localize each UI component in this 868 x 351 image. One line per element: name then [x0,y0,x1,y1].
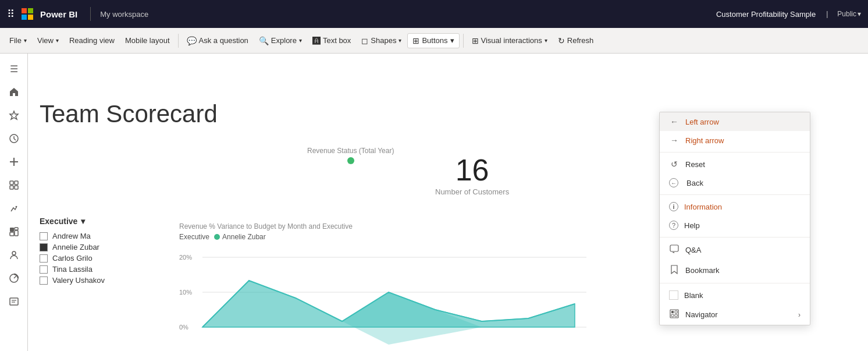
revenue-dot [347,157,354,164]
svg-rect-34 [675,311,677,313]
checkbox-carlos[interactable] [40,254,48,263]
dropdown-label-right-arrow: Right arrow [685,136,724,145]
executive-filter-dropdown[interactable]: Executive ▾ [40,217,105,226]
sidebar-item-favorites[interactable] [3,105,24,126]
dropdown-item-back[interactable]: ← Back [660,173,810,192]
num-customers-value: 16 [435,153,509,187]
svg-text:20%: 20% [179,254,192,261]
checkbox-andrew[interactable] [40,232,48,240]
dropdown-item-bookmark[interactable]: Bookmark [660,260,810,281]
back-icon: ← [669,178,678,187]
text-box-icon: 🅰 [312,36,321,45]
svg-rect-31 [670,245,678,251]
dropdown-divider-1 [660,152,810,153]
buttons-icon: ⊞ [412,36,419,45]
dropdown-item-help[interactable]: ? Help [660,216,810,235]
shapes-icon: ◻ [361,36,368,45]
toolbar-separator-2 [463,34,464,48]
svg-text:0%: 0% [179,324,188,331]
workspace-label[interactable]: My workspace [100,10,148,19]
svg-line-19 [14,276,16,278]
svg-rect-13 [10,228,14,232]
blank-icon [669,290,678,300]
ask-question-icon: 💬 [187,36,197,45]
view-button[interactable]: View ▾ [33,34,63,47]
variance-chart: 20% 10% 0% [179,246,598,351]
powerbi-label: Power BI [40,9,77,19]
mobile-layout-button[interactable]: Mobile layout [120,34,175,47]
dropdown-item-right-arrow[interactable]: → Right arrow [660,131,810,150]
file-button[interactable]: File ▾ [5,34,31,47]
checkbox-annelie[interactable] [40,243,48,251]
file-chevron: ▾ [24,37,27,44]
dropdown-item-information[interactable]: i Information [660,197,810,216]
refresh-icon: ↻ [558,36,565,45]
sidebar-item-apps[interactable] [3,175,24,196]
dropdown-item-blank[interactable]: Blank [660,286,810,304]
buttons-dropdown-menu: ← Left arrow → Right arrow ↺ Reset ← Bac… [659,112,810,325]
checkbox-tina[interactable] [40,265,48,274]
dropdown-label-qna: Q&A [685,246,701,254]
revenue-status-label: Revenue Status (Total Year) [307,147,394,155]
sidebar-item-recent[interactable] [3,128,24,149]
sidebar-item-metrics[interactable] [3,268,24,289]
explore-button[interactable]: 🔍 Explore ▾ [254,34,307,48]
checkbox-valery[interactable] [40,276,48,285]
dropdown-item-navigator[interactable]: Navigator › [660,304,810,325]
left-arrow-icon: ← [669,117,680,126]
content-area: Team Scorecard Executive ▾ Andrew Ma Ann… [28,54,868,351]
waffle-icon[interactable]: ⠿ [7,8,15,20]
dropdown-item-qna[interactable]: Q&A [660,240,810,260]
list-item[interactable]: Valery Ushakov [40,275,105,286]
dropdown-label-back: Back [686,179,703,187]
visual-interactions-button[interactable]: ⊞ Visual interactions ▾ [467,34,552,48]
reading-view-button[interactable]: Reading view [65,34,119,47]
dropdown-item-reset[interactable]: ↺ Reset [660,155,810,173]
navigator-icon [669,309,680,320]
dropdown-divider-2 [660,194,810,195]
bookmark-icon [669,265,680,276]
annelie-legend-dot [214,234,220,240]
top-nav: ⠿ Power BI My workspace Customer Profita… [0,0,868,28]
sidebar-item-create[interactable] [3,151,24,172]
num-customers-label: Number of Customers [435,187,509,196]
list-item[interactable]: Tina Lassila [40,264,105,275]
report-title: Customer Profitability Sample [716,10,816,19]
refresh-button[interactable]: ↻ Refresh [553,34,599,48]
shapes-button[interactable]: ◻ Shapes ▾ [357,34,406,48]
ask-question-button[interactable]: 💬 Ask a question [182,34,253,48]
help-icon: ? [669,221,678,230]
qna-icon [669,244,680,256]
sidebar-item-learn[interactable] [3,291,24,312]
list-item[interactable]: Andrew Ma [40,231,105,242]
dropdown-label-information: Information [684,203,722,211]
information-icon: i [669,202,678,211]
public-badge[interactable]: Public ▾ [837,10,861,18]
toolbar-separator-1 [178,34,179,48]
dropdown-label-left-arrow: Left arrow [685,118,719,126]
dropdown-item-left-arrow[interactable]: ← Left arrow [660,112,810,131]
explore-icon: 🔍 [259,36,269,45]
chart-legend-annelie: Annelie Zubar [214,233,266,241]
shapes-chevron: ▾ [399,37,401,44]
sidebar-item-goals[interactable] [3,198,24,219]
sidebar-item-people[interactable] [3,244,24,265]
executive-filter-list: Andrew Ma Annelie Zubar Carlos Grilo Tin… [40,231,105,286]
svg-rect-14 [10,232,14,236]
svg-rect-9 [15,181,18,185]
list-item[interactable]: Carlos Grilo [40,253,105,264]
svg-text:10%: 10% [179,289,192,296]
main-area: ☰ [0,54,868,351]
sidebar-item-workspaces[interactable] [3,221,24,242]
explore-chevron: ▾ [299,37,302,44]
sidebar-item-menu[interactable]: ☰ [3,58,24,79]
dropdown-label-navigator: Navigator [685,310,718,319]
sidebar-item-home[interactable] [3,81,24,102]
list-item[interactable]: Annelie Zubar [40,242,105,253]
text-box-button[interactable]: 🅰 Text box [308,34,355,48]
svg-rect-0 [22,8,27,13]
svg-rect-1 [28,8,33,13]
buttons-button[interactable]: ⊞ Buttons ▾ [407,33,459,48]
dropdown-label-blank: Blank [684,291,703,300]
svg-rect-16 [15,231,18,236]
